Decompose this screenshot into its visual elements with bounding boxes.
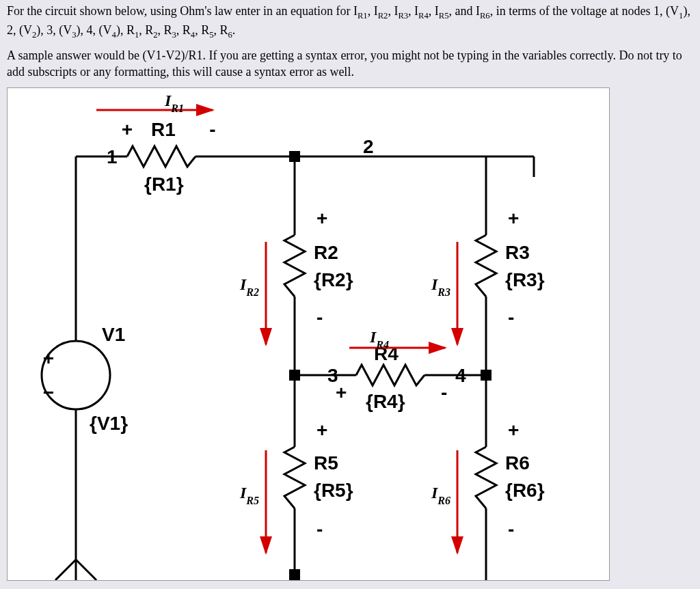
r3-label: R3 [505, 242, 530, 263]
r5-plus: + [317, 420, 327, 441]
r5-current: IR5 [239, 484, 259, 506]
r1-value: {R1} [144, 174, 184, 195]
node-3-junction [289, 370, 300, 381]
r2-value: {R2} [314, 269, 353, 290]
r2-label: R2 [314, 242, 338, 263]
r5-value: {R5} [314, 480, 353, 501]
source-label: V1 [102, 324, 125, 345]
r6-current: IR6 [431, 484, 450, 506]
r4-minus: - [441, 382, 447, 403]
problem-statement: For the circuit shown below, using Ohm's… [0, 0, 700, 87]
bottom-junction [289, 569, 300, 580]
r3-value: {R3} [505, 269, 545, 290]
r2-plus: + [317, 208, 327, 229]
r3-plus: + [508, 208, 519, 229]
r4-value: {R4} [366, 391, 405, 412]
r6-label: R6 [505, 452, 530, 474]
source-minus: − [43, 382, 54, 403]
problem-paragraph-2: A sample answer would be (V1-V2)/R1. If … [7, 47, 695, 81]
r5-label: R5 [314, 452, 338, 474]
node-2-junction [289, 151, 300, 162]
source-value: {V1} [90, 413, 128, 434]
r6-plus: + [508, 420, 519, 441]
node-4-label: 4 [455, 365, 466, 386]
circuit-diagram: + − 1 2 3 4 V1 {V1} + - R1 {R1} IR1 + - … [7, 87, 610, 581]
node-4-junction [481, 370, 492, 381]
r6-minus: - [508, 519, 514, 540]
r3-current: IR3 [431, 275, 450, 298]
node-2-label: 2 [363, 136, 374, 157]
r1-label: R1 [151, 119, 176, 140]
r4-plus: + [336, 382, 347, 403]
r2-minus: - [317, 307, 323, 328]
r6-value: {R6} [505, 480, 545, 501]
r1-minus: - [209, 119, 215, 140]
r2-current: IR2 [239, 275, 259, 298]
r3-minus: - [508, 307, 514, 328]
r5-minus: - [317, 519, 323, 540]
problem-paragraph-1: For the circuit shown below, using Ohm's… [7, 3, 695, 40]
source-plus: + [43, 348, 54, 369]
node-1-label: 1 [107, 146, 118, 167]
r1-plus: + [122, 119, 133, 140]
